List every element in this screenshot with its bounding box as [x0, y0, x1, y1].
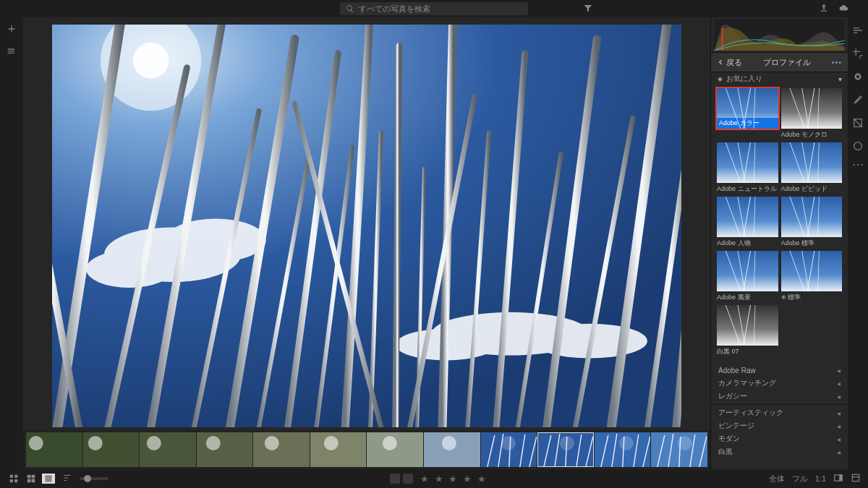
cloud-status[interactable] [839, 3, 849, 14]
svg-rect-41 [253, 432, 310, 467]
funnel-icon [583, 3, 593, 13]
svg-point-46 [383, 436, 397, 450]
filter-button[interactable] [583, 3, 593, 14]
histogram-graph [714, 19, 845, 51]
profile-caption: Adobe 人物 [717, 239, 778, 248]
svg-point-50 [501, 436, 515, 450]
brush-icon [852, 94, 864, 106]
profile-grid: Adobe カラーAdobe モノクロAdobe ニュートラルAdobe ビビッ… [711, 85, 848, 359]
svg-rect-87 [45, 475, 51, 481]
flag-buttons[interactable] [390, 474, 413, 484]
profile-caption: Adobe 風景 [717, 293, 778, 302]
svg-rect-84 [32, 475, 35, 479]
filmstrip-thumb[interactable] [83, 432, 140, 467]
category-item[interactable]: モダン◂ [711, 432, 848, 445]
filmstrip[interactable] [23, 430, 710, 469]
category-item[interactable]: ビンテージ◂ [711, 419, 848, 432]
category-label: モダン [718, 434, 740, 444]
zoom-1to1-button[interactable]: 1:1 [815, 474, 826, 483]
filmstrip-thumb[interactable] [424, 432, 480, 467]
info-toggle-button[interactable] [851, 473, 861, 484]
category-item[interactable]: Adobe Raw◂ [711, 364, 848, 377]
filmstrip-thumb[interactable] [367, 432, 423, 467]
radial-icon [852, 140, 864, 152]
profile-thumb [781, 142, 843, 183]
detail-view-button[interactable] [42, 474, 55, 484]
svg-rect-45 [367, 432, 423, 467]
category-item[interactable]: レガシー◂ [711, 390, 848, 403]
category-item[interactable]: カメラマッチング◂ [711, 377, 848, 390]
svg-rect-79 [10, 475, 13, 478]
search-input[interactable]: すべての写真を検索 [340, 2, 528, 15]
add-photos-button[interactable] [6, 23, 17, 36]
filmstrip-thumb[interactable] [595, 432, 651, 467]
flag-reject-icon[interactable] [403, 474, 413, 484]
profile-item[interactable]: Adobe ビビッド [781, 142, 843, 194]
left-toolstrip [0, 17, 23, 469]
profile-item[interactable]: Adobe 風景 [717, 251, 778, 302]
profile-item[interactable]: Adobe 標準 [781, 197, 843, 248]
linear-gradient-button[interactable] [852, 117, 864, 130]
svg-rect-86 [32, 479, 35, 483]
category-label: アーティスティック [718, 408, 783, 418]
chevron-down-icon: ▾ [838, 75, 842, 83]
svg-point-42 [265, 436, 279, 450]
filmstrip-thumb[interactable] [310, 432, 367, 467]
filmstrip-thumb[interactable] [537, 432, 594, 467]
profile-caption: Adobe 標準 [781, 239, 843, 248]
zoom-full-button[interactable]: フル [792, 474, 808, 484]
share-button[interactable] [819, 3, 829, 14]
profile-caption: 白黒 07 [717, 347, 778, 356]
zoom-panel-button[interactable] [833, 473, 843, 484]
svg-rect-82 [14, 479, 17, 482]
svg-rect-85 [27, 479, 31, 483]
filmstrip-thumb[interactable] [651, 432, 707, 467]
svg-point-38 [147, 436, 161, 450]
profile-item[interactable]: Adobe 人物 [717, 197, 778, 248]
profile-item[interactable]: 白黒 07 [717, 305, 778, 356]
profile-thumb [781, 251, 843, 291]
profile-thumb: Adobe カラー [717, 88, 778, 129]
zoom-fit-button[interactable]: 全体 [769, 474, 785, 484]
chevron-left-icon: ◂ [837, 448, 841, 456]
svg-rect-90 [852, 474, 859, 481]
grid-view-small-button[interactable] [7, 474, 20, 484]
brush-button[interactable] [852, 94, 864, 107]
panel-header: 戻る プロファイル ••• [711, 52, 848, 72]
radial-gradient-button[interactable] [852, 140, 864, 153]
favorites-section-header[interactable]: ★ お気に入り ▾ [711, 72, 848, 85]
svg-point-34 [29, 436, 43, 450]
crop-button[interactable] [852, 48, 864, 61]
image-viewer[interactable] [23, 17, 710, 430]
cloud-icon [839, 3, 849, 13]
svg-point-48 [442, 436, 456, 450]
back-button[interactable]: 戻る [717, 57, 742, 68]
chevron-left-icon: ◂ [837, 435, 841, 443]
library-button[interactable] [6, 46, 17, 59]
profile-item[interactable]: Adobe モノクロ [781, 88, 843, 140]
edit-sliders-button[interactable] [852, 25, 864, 38]
chevron-left-icon [717, 59, 724, 66]
filmstrip-thumb[interactable] [197, 432, 253, 467]
thumbnail-size-slider[interactable] [80, 477, 109, 480]
panel-menu-button[interactable]: ••• [831, 58, 842, 67]
category-item[interactable]: アーティスティック◂ [711, 406, 848, 419]
filmstrip-thumb[interactable] [140, 432, 196, 467]
profile-item[interactable]: Adobe ニュートラル [717, 142, 778, 194]
more-tools-button[interactable]: ⋯ [852, 163, 864, 166]
filmstrip-thumb[interactable] [253, 432, 310, 467]
rating-stars[interactable]: ★ ★ ★ ★ ★ [420, 474, 487, 484]
histogram[interactable] [711, 17, 848, 52]
filmstrip-thumb[interactable] [26, 432, 82, 467]
healing-button[interactable] [852, 71, 864, 84]
sort-button[interactable] [62, 473, 72, 484]
grid-view-large-button[interactable] [25, 474, 38, 484]
category-item[interactable]: 白黒◂ [711, 445, 848, 458]
filmstrip-thumb[interactable] [481, 432, 537, 467]
stack-icon [6, 46, 17, 58]
profile-item[interactable]: Adobe カラー [717, 88, 778, 140]
profile-item[interactable]: ⊕ 標準 [781, 251, 843, 302]
flag-pick-icon[interactable] [390, 474, 400, 484]
star-icon: ★ [717, 75, 723, 83]
detail-icon [43, 474, 54, 484]
